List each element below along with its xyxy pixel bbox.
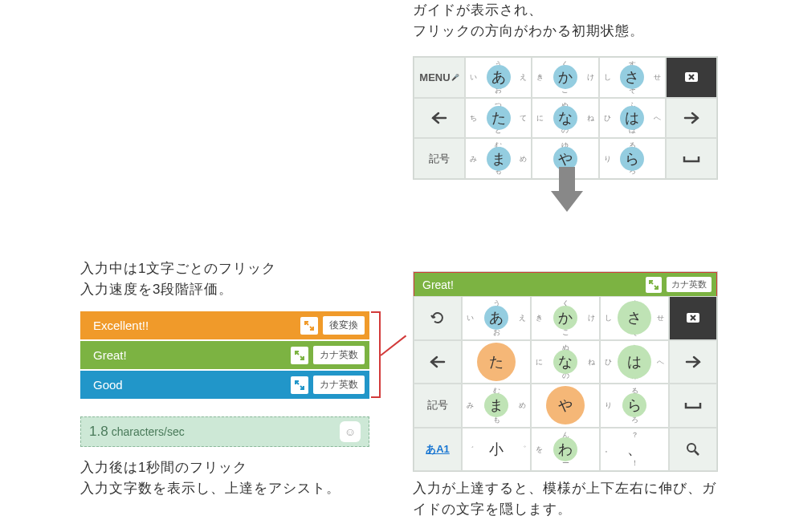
key-✕[interactable] bbox=[666, 57, 717, 98]
key-は[interactable]: ふほひへは bbox=[600, 340, 669, 384]
mode-button[interactable]: 後変換 bbox=[323, 316, 365, 335]
mode-button[interactable]: カナ英数 bbox=[313, 376, 365, 394]
key-か[interactable]: くこきけか bbox=[531, 296, 600, 340]
expand-icon[interactable] bbox=[291, 376, 308, 394]
key-わ[interactable]: んーをわ bbox=[531, 428, 600, 472]
rating-label: Great! bbox=[85, 348, 286, 362]
key-小[interactable]: ゛゜小 bbox=[462, 428, 531, 472]
mode-button[interactable]: カナ英数 bbox=[313, 346, 365, 364]
rating-green: Great!カナ英数 bbox=[80, 341, 369, 369]
key-あ[interactable]: うおいえあ bbox=[462, 296, 531, 340]
expand-icon[interactable] bbox=[291, 347, 308, 364]
rating-label: Excellent!! bbox=[85, 319, 296, 332]
speed-indicator: 1.8 characters/sec ☺ bbox=[80, 416, 369, 447]
caption-progress: 入力が上達すると、模様が上下左右に伸び、ガイドの文字を隠します。 bbox=[413, 478, 718, 519]
key-→[interactable] bbox=[669, 340, 717, 384]
key-←[interactable] bbox=[414, 98, 465, 139]
key-さ[interactable]: すそしせさ bbox=[599, 57, 666, 98]
key-あA1[interactable]: あA1 bbox=[414, 428, 462, 472]
key-記号[interactable]: 記号 bbox=[414, 138, 465, 179]
key-␣[interactable] bbox=[669, 384, 717, 428]
speed-number: 1.8 bbox=[89, 424, 108, 440]
smiley-icon: ☺ bbox=[340, 421, 361, 442]
key-か[interactable]: くこきけか bbox=[532, 57, 598, 98]
key-←[interactable] bbox=[414, 340, 462, 384]
key-や[interactable]: や bbox=[531, 384, 600, 428]
key-は[interactable]: ふほひへは bbox=[599, 98, 666, 139]
key-あ[interactable]: うおいえあ bbox=[465, 57, 532, 98]
mode-button[interactable]: カナ英数 bbox=[667, 277, 712, 292]
caption-initial-state: ガイドが表示され、フリックの方向がわかる初期状態。 bbox=[413, 0, 718, 41]
expand-icon[interactable] bbox=[300, 317, 318, 335]
key-ま[interactable]: むもみめま bbox=[465, 138, 532, 179]
expand-icon[interactable] bbox=[646, 277, 662, 293]
key-ら[interactable]: るろりら bbox=[600, 384, 669, 428]
rating-label: Great! bbox=[419, 278, 641, 291]
key-ま[interactable]: むもみめま bbox=[462, 384, 531, 428]
caption-speed: 入力後は1秒間のフリック入力文字数を表示し、上達をアシスト。 bbox=[80, 457, 385, 498]
key-さ[interactable]: すそしせさ bbox=[600, 296, 669, 340]
rating-bars: Excellent!!後変換Great!カナ英数Goodカナ英数 bbox=[80, 311, 369, 400]
key-ら[interactable]: るろりら bbox=[599, 138, 666, 179]
key-MENU[interactable]: MENU🎤 bbox=[414, 57, 465, 98]
rating-leader-line bbox=[380, 335, 406, 356]
keyboard-initial: MENU🎤うおいえあくこきけかすそしせさつとちてたぬのにねなふほひへは記号むもみ… bbox=[413, 56, 718, 180]
key-な[interactable]: ぬのにねな bbox=[531, 340, 600, 384]
key-た[interactable]: つとちてた bbox=[465, 98, 532, 139]
rating-blue: Goodカナ英数 bbox=[80, 371, 369, 399]
key-␣[interactable] bbox=[666, 138, 717, 179]
key-✕[interactable] bbox=[669, 296, 717, 340]
key-→[interactable] bbox=[666, 98, 717, 139]
key-な[interactable]: ぬのにねな bbox=[532, 98, 598, 139]
arrow-down-icon bbox=[551, 191, 583, 212]
rating-bar-current: Great!カナ英数 bbox=[414, 272, 717, 296]
rating-orange: Excellent!!後変換 bbox=[80, 311, 369, 339]
keyboard-progressed: Great!カナ英数うおいえあくこきけかすそしせさたぬのにねなふほひへは記号むも… bbox=[413, 271, 718, 472]
key-た[interactable]: た bbox=[462, 340, 531, 384]
key-、[interactable]: ？！。、 bbox=[600, 428, 669, 472]
caption-rating: 入力中は1文字ごとのフリック入力速度を3段階評価。 bbox=[80, 258, 385, 299]
key-記号[interactable]: 記号 bbox=[414, 384, 462, 428]
speed-unit: characters/sec bbox=[112, 425, 185, 438]
rating-bracket bbox=[371, 311, 381, 398]
key-🔍[interactable] bbox=[669, 428, 717, 472]
rating-label: Good bbox=[85, 378, 286, 392]
svg-point-2 bbox=[687, 444, 695, 452]
key-↺[interactable] bbox=[414, 296, 462, 340]
